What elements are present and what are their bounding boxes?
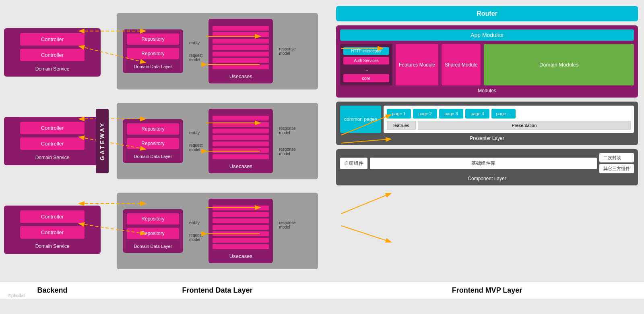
domain-data-label-3: Domain Data Layer — [134, 244, 172, 249]
controller-btn-1b: Controller — [20, 49, 85, 61]
response-labels-3: responsemodel — [279, 220, 295, 241]
presenter-bottom-row: featrues Presentation — [387, 121, 631, 130]
copyright: ©phodal — [8, 293, 25, 298]
repository-btn-3a: Repository — [127, 213, 179, 225]
arrow-labels-1: entity requestmodel — [189, 40, 202, 62]
response-label-2b: responsemodel — [279, 147, 295, 156]
domain-service-1: Controller Controller Domain Service — [4, 28, 101, 77]
ziyanzujian-box: 自研组件 — [340, 158, 367, 169]
stripe — [213, 45, 269, 50]
stripe — [213, 231, 269, 236]
presenter-pages-area: page 1 page 2 page 3 page 4 page ... fea… — [384, 106, 634, 133]
component-outer: 自研组件 基础组件库 二次封装 其它三方组件 Component Layer — [336, 149, 638, 185]
request-label-2: requestmodel — [189, 143, 202, 152]
gateway-container: GATEWAY — [96, 109, 109, 173]
controller-btn-1a: Controller — [20, 33, 85, 46]
stripe — [213, 64, 269, 69]
ercifengzhuang-box: 二次封装 — [599, 153, 634, 162]
usecases-label-3: Usecases — [229, 253, 252, 259]
domain-service-label-3: Domain Service — [35, 243, 70, 249]
stripe — [213, 212, 269, 217]
stripe — [213, 135, 269, 140]
repository-btn-2a: Repository — [127, 123, 179, 135]
domain-data-box-3: Repository Repository Domain Data Layer — [123, 209, 183, 253]
stripe — [213, 129, 269, 133]
repository-btn-1b: Repository — [127, 48, 179, 59]
stripe — [213, 58, 269, 63]
page-box-2: page 2 — [413, 109, 437, 119]
controller-btn-2b: Controller — [20, 137, 85, 150]
frontend-mvp-section: Router App Modules HTTP interceptor Auth… — [330, 0, 644, 282]
usecases-box-1: Usecases — [208, 19, 273, 83]
gateway-box: GATEWAY — [96, 109, 109, 173]
app-modules-inner: HTTP interceptor Auth Services ... core … — [340, 44, 634, 85]
presentation-label: Presentation — [418, 121, 631, 130]
domain-data-label-2: Domain Data Layer — [134, 154, 172, 159]
data-layer-group-1: Repository Repository Domain Data Layer … — [117, 13, 318, 89]
domain-service-label-2: Domain Service — [35, 155, 70, 160]
jichuzujian-box: 基础组件库 — [370, 158, 597, 169]
entity-label-1: entity — [189, 40, 202, 45]
stripe — [213, 52, 269, 56]
stripe — [213, 141, 269, 146]
presenter-inner: common pages page 1 page 2 page 3 page 4… — [340, 106, 634, 133]
core-label-btn: core — [343, 74, 389, 82]
response-labels-1: responsemodel — [279, 47, 295, 56]
dots-label: ... — [343, 67, 389, 72]
app-modules-outer: App Modules HTTP interceptor Auth Servic… — [336, 25, 638, 98]
arrow-labels-3: entity requestmodel — [189, 220, 202, 242]
repository-btn-3b: Repository — [127, 228, 179, 239]
http-interceptor-btn: HTTP interceptor — [343, 47, 389, 55]
page-box-4: page 4 — [465, 109, 489, 119]
stripe — [213, 148, 269, 153]
controller-btn-2a: Controller — [20, 122, 85, 134]
data-layer-group-2: Repository Repository Domain Data Layer … — [117, 103, 318, 179]
right-components: 二次封装 其它三方组件 — [599, 153, 634, 173]
features-module-box: Features Module — [396, 44, 438, 85]
frontend-data-label: Frontend Data Layer — [105, 286, 330, 295]
common-pages-box: common pages — [340, 106, 381, 133]
stripe — [213, 122, 269, 127]
repository-btn-1a: Repository — [127, 33, 179, 45]
stripe — [213, 225, 269, 230]
usecases-label-2: Usecases — [229, 163, 252, 169]
shared-module-box: Shared Module — [442, 44, 481, 85]
entity-label-2: entity — [189, 130, 202, 135]
router-box: Router — [336, 6, 638, 21]
response-label-1: responsemodel — [279, 47, 295, 56]
component-inner: 自研组件 基础组件库 二次封装 其它三方组件 — [340, 153, 634, 173]
modules-label: Modules — [340, 88, 634, 94]
data-layer-group-3: Repository Repository Domain Data Layer … — [117, 193, 318, 269]
response-label-3: responsemodel — [279, 220, 295, 229]
auth-services-btn: Auth Services — [343, 57, 389, 64]
domain-service-2: Controller Controller Domain Service — [4, 117, 101, 165]
usecases-box-3: Usecases — [208, 199, 273, 263]
qitasanfang-box: 其它三方组件 — [599, 164, 634, 173]
domain-service-3: Controller Controller Domain Service — [4, 206, 101, 254]
core-box: HTTP interceptor Auth Services ... core — [340, 44, 392, 85]
controller-btn-3b: Controller — [20, 226, 85, 239]
page-box-1: page 1 — [387, 109, 411, 119]
stripe — [213, 206, 269, 210]
domain-data-box-1: Repository Repository Domain Data Layer — [123, 29, 183, 73]
entity-label-3: entity — [189, 220, 202, 225]
stripe — [213, 32, 269, 37]
presenter-outer: common pages page 1 page 2 page 3 page 4… — [336, 102, 638, 145]
arrow-labels-2: entity requestmodel — [189, 130, 202, 152]
request-label-3: requestmodel — [189, 233, 202, 242]
component-layer-label: Component Layer — [340, 176, 634, 181]
controller-btn-3a: Controller — [20, 210, 85, 223]
response-labels-2: responsemodel responsemodel — [279, 126, 295, 156]
stripe — [213, 116, 269, 121]
domain-service-label-1: Domain Service — [35, 66, 70, 72]
stripe — [213, 39, 269, 44]
frontend-mvp-label: Frontend MVP Layer — [330, 286, 644, 295]
frontend-data-section: Repository Repository Domain Data Layer … — [105, 0, 330, 282]
featrues-label: featrues — [387, 121, 416, 130]
domain-data-box-2: Repository Repository Domain Data Layer — [123, 119, 183, 163]
page-box-3: page 3 — [439, 109, 463, 119]
stripe — [213, 218, 269, 223]
stripe — [213, 244, 269, 249]
response-label-2: responsemodel — [279, 126, 295, 135]
presenter-layer-label: Presenter Layer — [340, 135, 634, 141]
